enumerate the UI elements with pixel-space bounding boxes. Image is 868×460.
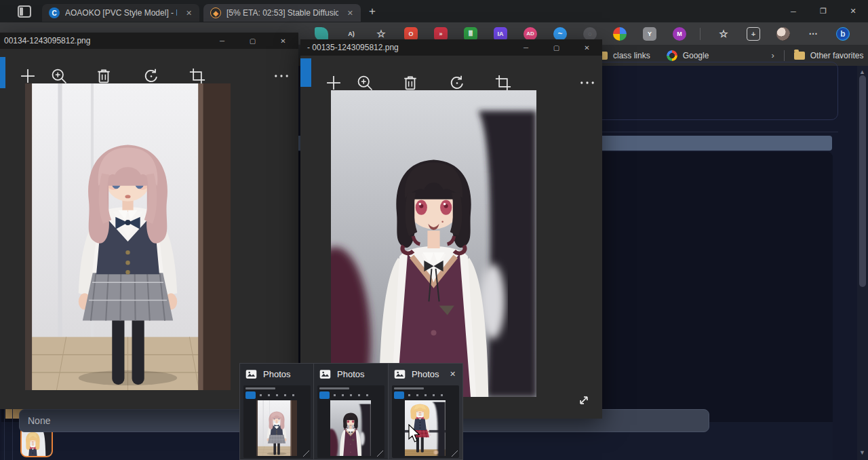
taskbar-preview-photos-1[interactable]: Photos bbox=[239, 363, 314, 460]
extension-icon-10[interactable]: M bbox=[673, 27, 686, 41]
folder-icon bbox=[794, 52, 805, 60]
maximize-button[interactable]: ▢ bbox=[237, 33, 268, 49]
page-scrollbar[interactable]: ▲ ▼ bbox=[857, 66, 868, 460]
mini-title-bar bbox=[245, 387, 275, 389]
photos2-title-bar[interactable]: - 00135-1243095812.png ─ ▢ ✕ bbox=[300, 39, 602, 56]
extension-icon-4[interactable]: » bbox=[434, 27, 448, 41]
more-options-button[interactable] bbox=[272, 66, 291, 85]
script-dropdown-value: None bbox=[28, 415, 50, 426]
tab-layout-icon[interactable] bbox=[18, 5, 31, 18]
favorites-hub-icon[interactable]: ☆ bbox=[717, 27, 730, 41]
delete-button[interactable] bbox=[94, 66, 113, 85]
tab-close-icon[interactable]: ✕ bbox=[184, 7, 194, 18]
browser-window-controls: ─ ❐ ✕ bbox=[778, 0, 868, 22]
preview-app-label: Photos bbox=[412, 369, 439, 379]
close-button[interactable]: ✕ bbox=[268, 33, 298, 49]
crop-button[interactable] bbox=[494, 73, 513, 92]
scroll-up-icon[interactable]: ▲ bbox=[859, 69, 865, 75]
rotate-button[interactable] bbox=[142, 66, 161, 85]
globe-icon[interactable] bbox=[613, 27, 627, 41]
favorites-star-icon[interactable]: ☆ bbox=[374, 27, 388, 41]
browser-tab-civitai[interactable]: C AOAOKO [PVC Style Model] - PV ✕ bbox=[42, 4, 199, 22]
photos-app-icon bbox=[319, 369, 331, 379]
photos1-window-controls: ─ ▢ ✕ bbox=[207, 33, 298, 49]
adblock-icon[interactable]: AD bbox=[524, 27, 537, 41]
photos1-title-bar[interactable]: 00134-1243095812.png ─ ▢ ✕ bbox=[0, 33, 298, 49]
mini-see-all-photos-button bbox=[394, 391, 404, 399]
chevron-right-icon[interactable]: › bbox=[771, 50, 774, 60]
mini-title-bar bbox=[394, 387, 424, 389]
crop-button[interactable] bbox=[188, 66, 207, 85]
restore-button[interactable]: ❐ bbox=[808, 0, 838, 22]
preview-mini-window[interactable] bbox=[243, 385, 311, 458]
maximize-button[interactable]: ▢ bbox=[541, 39, 572, 56]
mini-resize-handle bbox=[303, 451, 309, 457]
more-options-button[interactable] bbox=[578, 73, 597, 92]
civitai-favicon: C bbox=[49, 7, 60, 18]
see-all-photos-button[interactable] bbox=[300, 58, 311, 87]
mini-resize-handle bbox=[377, 451, 383, 457]
extension-icon-9[interactable]: Y bbox=[643, 27, 656, 41]
extension-icon-5[interactable]: Ⅲ bbox=[464, 27, 477, 41]
delete-button[interactable] bbox=[401, 73, 420, 92]
mini-toolbar-icons bbox=[260, 394, 300, 396]
preview-mini-window[interactable] bbox=[392, 385, 459, 458]
photos-app-icon bbox=[394, 369, 406, 379]
minimize-button[interactable]: ─ bbox=[778, 0, 808, 22]
extension-icon-1[interactable] bbox=[315, 27, 328, 41]
preview-close-icon[interactable]: ✕ bbox=[446, 368, 459, 381]
extension-icon-7[interactable]: ~ bbox=[553, 27, 567, 41]
mini-toolbar-icons bbox=[334, 394, 374, 396]
preview-header: Photos bbox=[314, 364, 388, 384]
profile-avatar[interactable] bbox=[776, 27, 790, 41]
browser-tab-stable-diffusion[interactable]: ◆ [5% ETA: 02:53] Stable Diffusion ✕ bbox=[203, 4, 361, 22]
favorite-label: Google bbox=[683, 51, 709, 60]
mini-resize-handle bbox=[452, 451, 458, 457]
settings-dots-icon[interactable]: ⋯ bbox=[806, 27, 820, 41]
zoom-button[interactable] bbox=[50, 66, 68, 85]
mini-photo bbox=[256, 400, 297, 456]
minimize-button[interactable]: ─ bbox=[511, 39, 541, 56]
photo-image-00134[interactable] bbox=[25, 83, 231, 390]
extension-icon-6[interactable]: IA bbox=[494, 27, 507, 41]
sd-panel-line bbox=[12, 405, 13, 460]
other-favorites-label: Other favorites bbox=[810, 51, 864, 60]
fullscreen-expand-icon[interactable] bbox=[575, 391, 593, 409]
photos-window-1: 00134-1243095812.png ─ ▢ ✕ bbox=[0, 33, 298, 409]
photo-image-00135[interactable] bbox=[331, 90, 536, 397]
browser-tab-bar: C AOAOKO [PVC Style Model] - PV ✕ ◆ [5% … bbox=[0, 0, 868, 22]
taskbar-preview-photos-2[interactable]: Photos bbox=[314, 363, 389, 460]
see-all-photos-button[interactable] bbox=[0, 57, 5, 88]
favbar-divider bbox=[784, 50, 785, 61]
taskbar-preview-photos-3[interactable]: Photos ✕ bbox=[389, 363, 463, 460]
preview-header: Photos bbox=[240, 364, 313, 384]
preview-mini-window[interactable] bbox=[317, 385, 384, 458]
gradio-favicon: ◆ bbox=[210, 7, 221, 18]
other-favorites[interactable]: Other favorites bbox=[794, 51, 864, 60]
favorite-google[interactable]: Google bbox=[667, 50, 709, 61]
extension-icon-8[interactable]: ◌ bbox=[583, 27, 597, 41]
new-tab-button[interactable]: + bbox=[369, 5, 376, 18]
collections-icon[interactable]: + bbox=[747, 27, 760, 41]
photos2-window-controls: ─ ▢ ✕ bbox=[511, 39, 602, 56]
tab-label: [5% ETA: 02:53] Stable Diffusion bbox=[226, 8, 338, 18]
add-to-button[interactable] bbox=[18, 66, 37, 85]
mini-photo bbox=[330, 400, 371, 456]
scroll-down-icon[interactable]: ▼ bbox=[859, 449, 865, 456]
minimize-button[interactable]: ─ bbox=[207, 33, 237, 49]
close-button[interactable]: ✕ bbox=[572, 39, 602, 56]
mini-title-bar bbox=[319, 387, 349, 389]
toolbar-divider bbox=[700, 28, 701, 40]
close-button[interactable]: ✕ bbox=[838, 0, 868, 22]
bing-chat-icon[interactable]: b bbox=[836, 27, 850, 41]
scrollbar-thumb[interactable] bbox=[859, 75, 866, 287]
photos-window-2: - 00135-1243095812.png ─ ▢ ✕ bbox=[300, 39, 602, 419]
tab-close-icon[interactable]: ✕ bbox=[345, 7, 355, 18]
extension-icon-2[interactable]: A) bbox=[344, 27, 358, 41]
extension-icon-3[interactable]: O bbox=[404, 27, 418, 41]
rotate-button[interactable] bbox=[448, 73, 467, 92]
zoom-button[interactable] bbox=[355, 73, 374, 92]
photos1-title: 00134-1243095812.png bbox=[0, 36, 90, 45]
add-to-button[interactable] bbox=[324, 73, 343, 92]
favorite-class-links[interactable]: class links bbox=[597, 51, 650, 60]
